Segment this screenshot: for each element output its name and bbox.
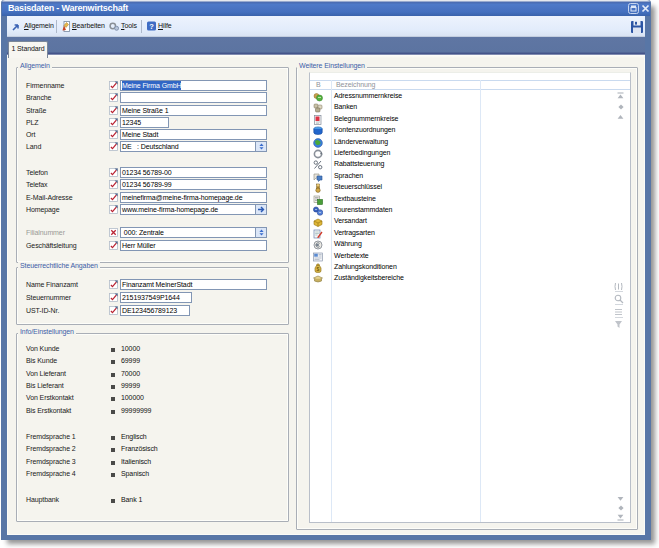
svg-text:$: $ [317,266,320,272]
svg-text:?: ? [149,22,154,31]
